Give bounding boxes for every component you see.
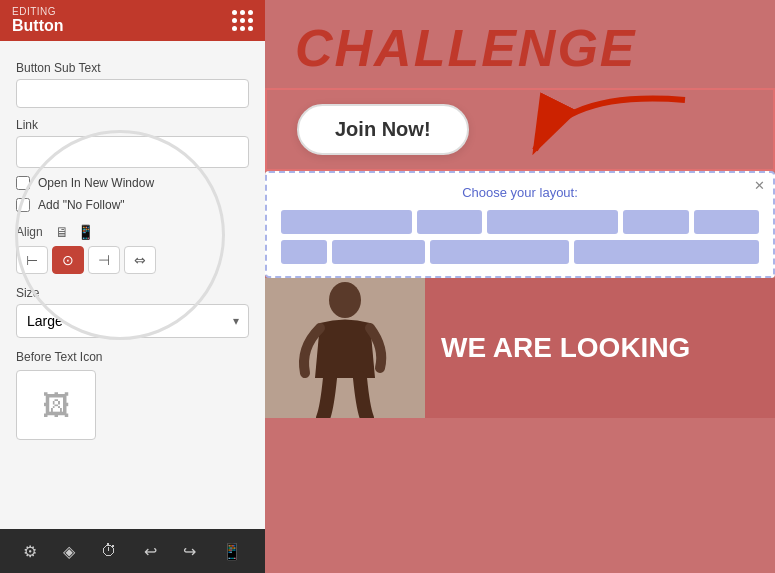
panel-header-left: EDITING Button <box>12 6 64 35</box>
left-panel: EDITING Button Button Sub Text Link Open… <box>0 0 265 573</box>
open-new-window-row: Open In New Window <box>16 176 249 190</box>
image-placeholder-icon: 🖼 <box>42 389 70 422</box>
before-text-icon-picker[interactable]: 🖼 <box>16 370 96 440</box>
layout-block[interactable] <box>694 210 759 234</box>
button-row: Join Now! <box>265 88 775 171</box>
we-are-looking-text: WE ARE LOOKING <box>441 331 690 365</box>
settings-icon[interactable]: ⚙ <box>23 542 37 561</box>
panel-toolbar: ⚙ ◈ ⏱ ↩ ↪ 📱 <box>0 529 265 573</box>
svg-point-1 <box>329 282 361 318</box>
layout-chooser: ✕ Choose your layout: <box>265 171 775 278</box>
align-right-button[interactable]: ⊣ <box>88 246 120 274</box>
before-text-label: Before Text Icon <box>16 350 249 364</box>
layout-block[interactable] <box>430 240 569 264</box>
layout-grid <box>281 210 759 264</box>
layers-icon[interactable]: ◈ <box>63 542 75 561</box>
align-section: Align 🖥 📱 ⊢ ⊙ ⊣ ⇔ <box>16 224 249 274</box>
panel-content: Button Sub Text Link Open In New Window … <box>0 41 265 529</box>
layout-chooser-title: Choose your layout: <box>281 185 759 200</box>
join-now-button[interactable]: Join Now! <box>297 104 469 155</box>
align-center-button[interactable]: ⊙ <box>52 246 84 274</box>
we-are-looking: WE ARE LOOKING <box>425 278 775 418</box>
link-input[interactable] <box>16 136 249 168</box>
no-follow-label: Add "No Follow" <box>38 198 125 212</box>
sub-text-label: Button Sub Text <box>16 61 249 75</box>
link-label: Link <box>16 118 249 132</box>
align-buttons: ⊢ ⊙ ⊣ ⇔ <box>16 246 249 274</box>
layout-row-2 <box>281 240 759 264</box>
undo-icon[interactable]: ↩ <box>144 542 157 561</box>
desktop-icon[interactable]: 🖥 <box>55 224 69 240</box>
layout-block[interactable] <box>281 240 327 264</box>
sub-text-input[interactable] <box>16 79 249 108</box>
size-label: Size <box>16 286 249 300</box>
no-follow-row: Add "No Follow" <box>16 198 249 212</box>
challenge-heading: CHALLENGE <box>265 0 775 88</box>
mobile-icon[interactable]: 📱 <box>77 224 94 240</box>
size-select-wrap: Large Small Medium Extra Large ▾ <box>16 304 249 338</box>
history-icon[interactable]: ⏱ <box>101 542 117 560</box>
redo-icon[interactable]: ↪ <box>183 542 196 561</box>
canvas-area: CHALLENGE Join Now! ✕ Choose your layout… <box>265 0 775 573</box>
link-section: Link <box>16 118 249 168</box>
size-select[interactable]: Large Small Medium Extra Large <box>16 304 249 338</box>
open-new-window-checkbox[interactable] <box>16 176 30 190</box>
layout-close-button[interactable]: ✕ <box>754 179 765 192</box>
size-section: Size Large Small Medium Extra Large ▾ <box>16 286 249 338</box>
layout-block[interactable] <box>623 210 688 234</box>
drag-handle-icon[interactable] <box>232 10 253 31</box>
athlete-photo <box>265 278 425 418</box>
athlete-silhouette <box>285 278 405 418</box>
align-label: Align <box>16 225 43 239</box>
no-follow-checkbox[interactable] <box>16 198 30 212</box>
layout-block[interactable] <box>281 210 412 234</box>
open-new-window-label: Open In New Window <box>38 176 154 190</box>
align-left-button[interactable]: ⊢ <box>16 246 48 274</box>
panel-header: EDITING Button <box>0 0 265 41</box>
layout-block[interactable] <box>332 240 425 264</box>
layout-block[interactable] <box>487 210 618 234</box>
layout-block[interactable] <box>417 210 482 234</box>
before-text-section: Before Text Icon 🖼 <box>16 350 249 440</box>
canvas-bottom: WE ARE LOOKING <box>265 278 775 418</box>
layout-block[interactable] <box>574 240 759 264</box>
editing-label: EDITING <box>12 6 64 17</box>
align-justify-button[interactable]: ⇔ <box>124 246 156 274</box>
panel-title: Button <box>12 17 64 35</box>
layout-row-1 <box>281 210 759 234</box>
align-header-row: Align 🖥 📱 <box>16 224 249 240</box>
mobile-preview-icon[interactable]: 📱 <box>222 542 242 561</box>
